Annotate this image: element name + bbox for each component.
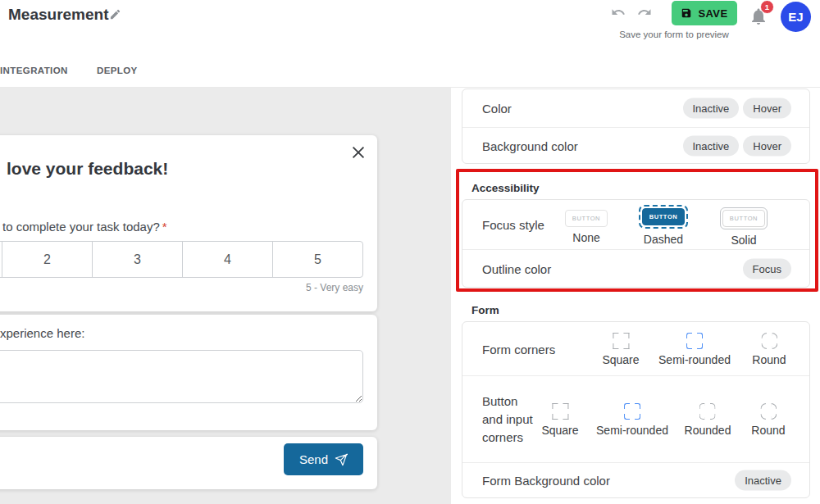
rating-cell[interactable]: 5 bbox=[272, 242, 362, 277]
semi-rounded-corners-icon bbox=[686, 333, 703, 349]
paper-plane-icon bbox=[335, 453, 348, 466]
save-icon bbox=[681, 7, 692, 19]
color-settings-card: Color Inactive Hover Background color In… bbox=[462, 89, 810, 164]
background-inactive-pill[interactable]: Inactive bbox=[683, 136, 740, 157]
send-button-label: Send bbox=[299, 452, 328, 466]
form-background-color-label: Form Background color bbox=[482, 474, 610, 488]
comment-label: xperience here: bbox=[0, 326, 84, 340]
button-corner-option-square[interactable]: Square bbox=[541, 403, 578, 437]
rating-scale: 2 3 4 5 bbox=[0, 241, 363, 278]
semi-rounded-corners-icon bbox=[624, 403, 640, 420]
color-row: Color Inactive Hover bbox=[462, 89, 809, 127]
focus-dashed-button[interactable]: BUTTON bbox=[642, 208, 685, 225]
button-corner-option-rounded[interactable]: Rounded bbox=[685, 403, 731, 437]
send-button[interactable]: Send bbox=[284, 443, 363, 475]
form-background-color-row: Form Background color Inactive bbox=[462, 462, 809, 497]
save-hint-text: Save your form to preview bbox=[608, 30, 740, 39]
color-hover-pill[interactable]: Hover bbox=[743, 98, 791, 119]
form-card: Form corners Square Semi-rounded Round B… bbox=[462, 321, 810, 498]
page-title: Measurement bbox=[8, 6, 109, 24]
outline-color-label: Outline color bbox=[482, 262, 551, 276]
button-corner-option-semi-rounded[interactable]: Semi-rounded bbox=[596, 403, 668, 437]
comment-textarea[interactable] bbox=[0, 350, 363, 403]
background-color-row: Background color Inactive Hover bbox=[462, 127, 809, 164]
question-text: to complete your task today?* bbox=[2, 220, 167, 234]
button-input-corners-label: Button and input corners bbox=[482, 393, 535, 447]
accessibility-card: Focus style BUTTON None BUTTON Dashed BU… bbox=[462, 199, 810, 288]
form-corner-option-semi-rounded[interactable]: Semi-rounded bbox=[658, 333, 731, 366]
form-corners-label: Form corners bbox=[482, 342, 555, 356]
form-background-inactive-pill[interactable]: Inactive bbox=[735, 470, 791, 491]
square-corners-icon bbox=[552, 403, 568, 420]
rating-cell[interactable]: 4 bbox=[182, 242, 272, 277]
focus-option-none[interactable]: BUTTON None bbox=[565, 210, 608, 244]
feedback-modal-comment-card: xperience here: bbox=[0, 315, 377, 430]
form-corner-option-round[interactable]: Round bbox=[752, 333, 786, 366]
redo-icon[interactable] bbox=[636, 5, 655, 21]
dashed-outline: BUTTON bbox=[639, 205, 688, 229]
focus-dashed-label: Dashed bbox=[644, 233, 683, 246]
feedback-modal-footer: Send bbox=[0, 437, 377, 489]
focus-none-label: None bbox=[572, 231, 599, 244]
square-corners-icon bbox=[613, 333, 629, 349]
outline-focus-pill[interactable]: Focus bbox=[743, 259, 791, 279]
focus-style-row: Focus style BUTTON None BUTTON Dashed BU… bbox=[462, 200, 809, 249]
focus-option-solid[interactable]: BUTTON Solid bbox=[720, 207, 768, 247]
tab-deploy[interactable]: DEPLOY bbox=[97, 66, 138, 75]
round-corners-icon bbox=[761, 333, 777, 349]
button-corner-option-round[interactable]: Round bbox=[751, 403, 785, 437]
avatar[interactable]: EJ bbox=[781, 2, 811, 32]
tab-integration[interactable]: INTEGRATION bbox=[0, 66, 68, 75]
form-corner-option-square[interactable]: Square bbox=[602, 333, 639, 366]
save-button[interactable]: SAVE bbox=[672, 1, 737, 25]
button-input-corners-row: Button and input corners Square Semi-rou… bbox=[462, 375, 809, 462]
background-color-row-label: Background color bbox=[482, 139, 578, 153]
app-header: Measurement INTEGRATION DEPLOY SAVE Save… bbox=[0, 0, 820, 88]
solid-outline: BUTTON bbox=[720, 207, 768, 229]
required-asterisk: * bbox=[162, 220, 167, 234]
rounded-corners-icon bbox=[699, 403, 716, 420]
feedback-heading: love your feedback! bbox=[7, 159, 168, 179]
style-settings-panel: Color Inactive Hover Background color In… bbox=[451, 88, 820, 504]
form-preview-canvas: love your feedback! to complete your tas… bbox=[0, 88, 451, 504]
save-button-label: SAVE bbox=[698, 7, 727, 20]
rating-cell[interactable]: 2 bbox=[2, 242, 92, 277]
focus-none-button[interactable]: BUTTON bbox=[565, 210, 608, 227]
form-section-title: Form bbox=[472, 304, 499, 316]
form-corners-row: Form corners Square Semi-rounded Round bbox=[462, 322, 809, 375]
focus-solid-button[interactable]: BUTTON bbox=[722, 210, 765, 227]
undo-icon[interactable] bbox=[609, 5, 629, 21]
color-inactive-pill[interactable]: Inactive bbox=[683, 98, 740, 119]
focus-option-dashed[interactable]: BUTTON Dashed bbox=[639, 205, 688, 246]
edit-title-icon[interactable] bbox=[109, 8, 121, 24]
accessibility-section-title: Accessibility bbox=[472, 182, 540, 194]
feedback-modal-question-card: love your feedback! to complete your tas… bbox=[0, 135, 377, 311]
focus-style-label: Focus style bbox=[482, 218, 544, 232]
close-icon[interactable] bbox=[349, 143, 367, 161]
outline-color-row: Outline color Focus bbox=[462, 249, 809, 288]
notification-badge: 1 bbox=[760, 0, 774, 14]
background-hover-pill[interactable]: Hover bbox=[743, 136, 791, 157]
scale-hint-label: 5 - Very easy bbox=[306, 282, 363, 293]
color-row-label: Color bbox=[482, 102, 512, 116]
rating-cell[interactable]: 3 bbox=[92, 242, 182, 277]
round-corners-icon bbox=[760, 403, 777, 420]
focus-solid-label: Solid bbox=[731, 234, 756, 247]
